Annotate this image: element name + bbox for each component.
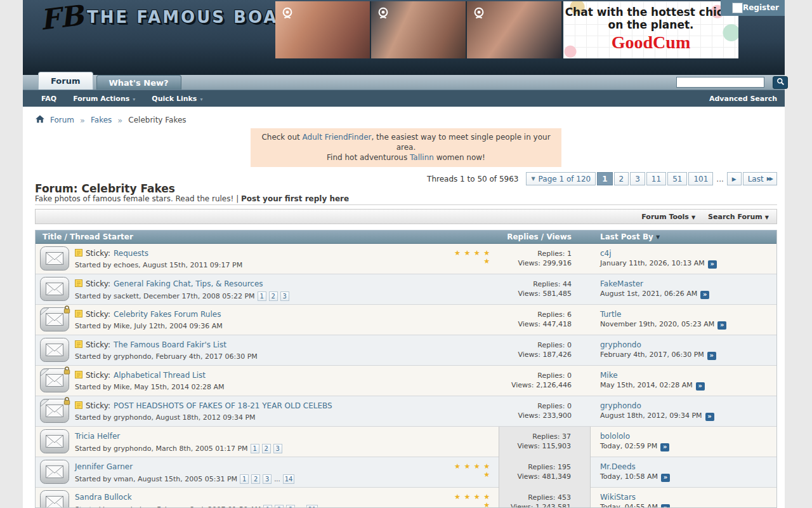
- thread-title-link[interactable]: Sandra Bullock: [75, 493, 132, 502]
- column-last-post[interactable]: Last Post By▼: [600, 231, 660, 244]
- sticky-prefix: Sticky:: [86, 279, 110, 288]
- page-button[interactable]: 2: [614, 172, 629, 185]
- go-to-last-post-icon[interactable]: »: [708, 260, 717, 269]
- page-button-current[interactable]: 1: [597, 172, 612, 185]
- sticky-prefix: Sticky:: [86, 249, 110, 258]
- thread-page-button[interactable]: 3: [263, 474, 272, 484]
- thread-page-button[interactable]: 1: [258, 291, 266, 301]
- last-post-user-link[interactable]: Turtle: [600, 310, 621, 319]
- pagination: Threads 1 to 50 of 5963 ▼Page 1 of 120 1…: [427, 172, 777, 185]
- thread-page-button[interactable]: 1: [263, 505, 272, 508]
- go-to-last-post-icon[interactable]: »: [717, 321, 726, 330]
- thread-page-button[interactable]: 2: [262, 444, 271, 453]
- go-to-last-post-icon[interactable]: »: [661, 474, 670, 482]
- thread-page-button[interactable]: 3: [273, 444, 282, 453]
- forum-description-text: Fake photos of famous female stars. Read…: [35, 194, 239, 203]
- page-dropdown-button[interactable]: ▼Page 1 of 120: [526, 172, 596, 185]
- sticky-note-icon: [75, 340, 82, 350]
- last-post-cell: WikiStars Today, 04:55 AM»: [600, 493, 670, 508]
- replies-views-cell: Replies: 1 Views: 299,916: [499, 244, 591, 274]
- register-link[interactable]: Register: [743, 3, 779, 12]
- thread-title-link[interactable]: Celebrity Fakes Forum Rules: [114, 310, 221, 319]
- account-strip: Register: [721, 0, 785, 16]
- menu-faq[interactable]: FAQ: [41, 95, 56, 103]
- thread-started-by: Started by vman, August 15th, 2005 05:31…: [75, 475, 237, 483]
- thread-title-link[interactable]: POST HEADSHOTS OF FAKES OF 18-21 YEAR OL…: [114, 401, 332, 410]
- page-button[interactable]: 51: [667, 172, 687, 185]
- cam-preview-image[interactable]: [371, 1, 466, 58]
- thread-title-link[interactable]: Tricia Helfer: [75, 432, 120, 441]
- tallinn-link[interactable]: Tallinn: [410, 153, 434, 162]
- thread-title-link[interactable]: Jennifer Garner: [75, 462, 133, 471]
- page-button[interactable]: 101: [688, 172, 713, 185]
- thread-page-button[interactable]: 31: [306, 505, 318, 508]
- last-post-user-link[interactable]: FakeMaster: [600, 279, 643, 288]
- go-to-last-post-icon[interactable]: »: [705, 413, 714, 421]
- go-to-last-post-icon[interactable]: »: [660, 443, 669, 451]
- thread-page-button[interactable]: 3: [286, 505, 295, 508]
- thread-title-link[interactable]: The Famous Board Fakir's List: [114, 340, 226, 349]
- cam-preview-image[interactable]: [467, 1, 561, 58]
- thread-page-button[interactable]: 1: [240, 474, 249, 484]
- chevron-down-icon: ▾: [200, 97, 202, 102]
- last-page-button[interactable]: Last▶▶: [743, 172, 777, 185]
- forum-description: Fake photos of famous female stars. Read…: [35, 194, 349, 203]
- search-button[interactable]: [773, 76, 788, 89]
- views-count: Views: 2,126,446: [499, 380, 572, 390]
- column-title[interactable]: Title / Thread Starter: [43, 231, 133, 244]
- first-reply-link[interactable]: Post your first reply here: [241, 194, 349, 203]
- thread-page-button[interactable]: 2: [275, 505, 284, 508]
- last-post-user-link[interactable]: gryphondo: [600, 401, 641, 410]
- thread-page-button[interactable]: 14: [283, 474, 295, 484]
- menu-forum-actions[interactable]: Forum Actions▾: [73, 95, 135, 103]
- thread-page-button[interactable]: 2: [251, 474, 260, 484]
- page-button[interactable]: 11: [646, 172, 666, 185]
- last-post-user-link[interactable]: gryphondo: [600, 340, 641, 349]
- column-replies-views[interactable]: Replies / Views: [480, 231, 572, 244]
- go-to-last-post-icon[interactable]: »: [700, 291, 709, 299]
- breadcrumb-fakes[interactable]: Fakes: [91, 116, 112, 124]
- go-to-last-post-icon[interactable]: »: [707, 352, 716, 360]
- last-post-user-link[interactable]: Mike: [600, 371, 618, 380]
- text-ad[interactable]: Chat with the hottest chicks on the plan…: [563, 1, 738, 58]
- go-to-last-post-icon[interactable]: »: [696, 382, 705, 391]
- thread-page-button[interactable]: 1: [251, 444, 259, 453]
- chevron-down-icon: ▼: [691, 215, 695, 220]
- last-post-user-link[interactable]: bolololo: [600, 432, 630, 441]
- replies-views-cell: Replies: 6 Views: 447,418: [499, 305, 591, 335]
- menu-quick-links[interactable]: Quick Links▾: [152, 95, 202, 103]
- thread-page-button[interactable]: 3: [280, 291, 289, 301]
- last-post-cell: gryphondo August 18th, 2012, 09:34 PM»: [600, 401, 714, 421]
- sort-desc-icon: ▼: [656, 234, 660, 240]
- forum-tools-dropdown[interactable]: Forum Tools▼: [641, 213, 695, 221]
- cam-preview-image[interactable]: [275, 1, 370, 58]
- next-page-button[interactable]: ▶: [727, 172, 742, 185]
- tab-whats-new[interactable]: What's New?: [96, 75, 181, 90]
- last-post-user-link[interactable]: Mr.Deeds: [600, 462, 636, 471]
- ad-brand[interactable]: GoodCum: [563, 32, 738, 53]
- breadcrumb-current: Celebrity Fakes: [128, 116, 186, 124]
- chevron-down-icon: ▼: [765, 215, 769, 220]
- search-input[interactable]: [676, 77, 764, 88]
- site-logo-monogram[interactable]: FB: [38, 0, 85, 36]
- breadcrumb-forum[interactable]: Forum: [50, 116, 74, 124]
- home-icon[interactable]: [36, 115, 44, 125]
- replies-count: Replies: 6: [499, 310, 572, 319]
- envelope-icon: [40, 338, 69, 362]
- page-button[interactable]: 3: [630, 172, 645, 185]
- thread-title-link[interactable]: Requests: [114, 249, 148, 258]
- last-post-user-link[interactable]: c4j: [600, 249, 612, 258]
- advanced-search-link[interactable]: Advanced Search: [709, 95, 777, 103]
- banner-ad[interactable]: [275, 1, 563, 58]
- thread-page-button[interactable]: 2: [269, 291, 278, 301]
- thread-title-link[interactable]: Alphabetical Thread List: [114, 371, 206, 380]
- replies-count: Replies: 0: [499, 340, 572, 350]
- tab-forum[interactable]: Forum: [38, 72, 93, 90]
- search-forum-dropdown[interactable]: Search Forum▼: [708, 213, 769, 221]
- go-to-last-post-icon[interactable]: »: [661, 504, 670, 508]
- thread-title-link[interactable]: General Faking Chat, Tips, & Resources: [114, 279, 263, 288]
- login-input-fragment[interactable]: [732, 3, 743, 13]
- adult-friendfinder-link[interactable]: Adult FriendFinder: [303, 133, 372, 142]
- last-post-user-link[interactable]: WikiStars: [600, 493, 636, 502]
- replies-views-cell: Replies: 0 Views: 2,126,446: [499, 366, 591, 396]
